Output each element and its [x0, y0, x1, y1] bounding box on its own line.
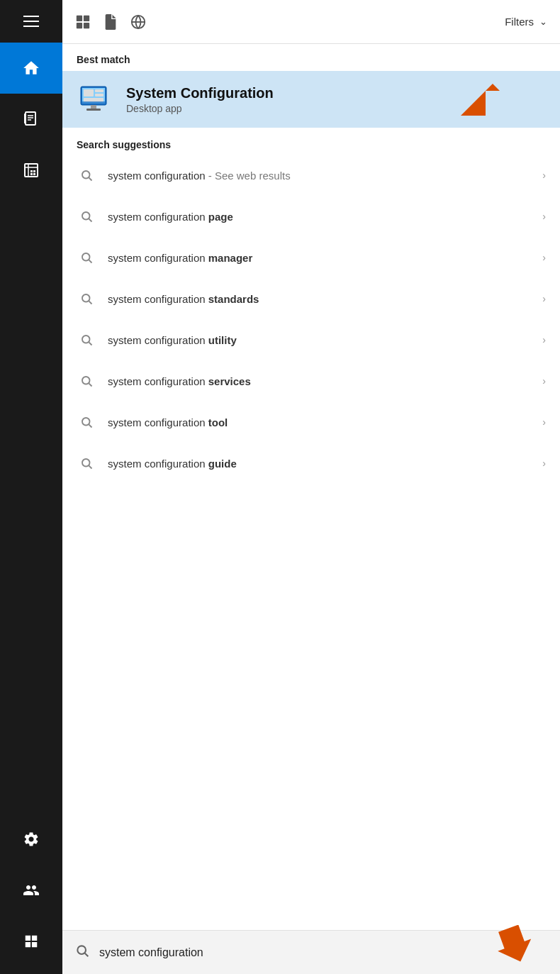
svg-point-29: [82, 171, 90, 179]
home-icon: [22, 59, 40, 77]
svg-point-43: [82, 459, 90, 467]
search-icon: [77, 412, 96, 432]
svg-point-33: [82, 253, 90, 261]
svg-point-37: [82, 336, 90, 343]
suggestion-item[interactable]: system configuration manager›: [62, 237, 560, 278]
sidebar-bottom: [0, 814, 62, 974]
svg-point-39: [82, 377, 90, 384]
best-match-label: Best match: [62, 44, 560, 71]
svg-line-42: [89, 424, 91, 427]
svg-rect-13: [84, 15, 89, 21]
svg-rect-1: [24, 114, 26, 123]
svg-line-46: [85, 953, 89, 957]
svg-rect-0: [26, 112, 35, 125]
svg-line-40: [89, 383, 91, 386]
svg-line-30: [89, 177, 91, 180]
suggestion-text: system configuration tool: [108, 416, 537, 428]
search-icon: [77, 165, 96, 185]
svg-rect-21: [95, 89, 103, 92]
suggestion-item[interactable]: system configuration page›: [62, 196, 560, 237]
suggestion-text: system configuration standards: [108, 293, 537, 305]
main-panel: Filters ⌄ Best match: [62, 0, 560, 974]
svg-marker-28: [461, 84, 500, 116]
search-icon: [77, 330, 96, 350]
chevron-right-icon: ›: [542, 416, 546, 428]
search-suggestions-label: Search suggestions: [62, 128, 560, 155]
search-icon: [77, 371, 96, 391]
svg-rect-12: [77, 15, 82, 21]
svg-rect-15: [84, 22, 89, 28]
svg-rect-14: [77, 22, 82, 28]
search-bar: [62, 930, 560, 974]
best-match-title: System Configuration: [126, 85, 274, 101]
sidebar-item-start[interactable]: [0, 916, 62, 967]
windows-icon: [23, 934, 39, 949]
svg-point-45: [77, 946, 86, 954]
globe-icon[interactable]: [130, 14, 146, 30]
filters-label: Filters: [505, 16, 534, 28]
svg-point-41: [82, 418, 90, 426]
document-icon[interactable]: [103, 14, 118, 30]
sidebar-item-building[interactable]: [0, 145, 62, 196]
search-input[interactable]: [99, 946, 547, 959]
svg-point-31: [82, 212, 90, 220]
annotation-arrow-up: [454, 77, 503, 122]
search-icon: [77, 248, 96, 267]
best-match-item[interactable]: System Configuration Desktop app: [62, 71, 560, 128]
chevron-right-icon: ›: [542, 334, 546, 345]
suggestions-list: system configuration - See web results›s…: [62, 155, 560, 484]
svg-rect-8: [30, 170, 33, 172]
suggestion-text: system configuration - See web results: [108, 170, 537, 182]
sidebar-nav: [0, 43, 62, 814]
sidebar-item-home[interactable]: [0, 43, 62, 94]
sidebar-item-settings[interactable]: [0, 814, 62, 865]
chevron-right-icon: ›: [542, 375, 546, 387]
svg-rect-22: [95, 94, 103, 96]
suggestion-item[interactable]: system configuration services›: [62, 360, 560, 402]
chevron-right-icon: ›: [542, 252, 546, 263]
chevron-right-icon: ›: [542, 170, 546, 181]
toolbar: Filters ⌄: [62, 0, 560, 44]
system-config-icon: [77, 81, 113, 118]
suggestion-text: system configuration page: [108, 211, 537, 223]
chevron-right-icon: ›: [542, 211, 546, 222]
svg-point-35: [82, 294, 90, 302]
svg-rect-24: [91, 105, 96, 109]
chevron-down-icon: ⌄: [539, 16, 547, 27]
suggestion-text: system configuration services: [108, 375, 537, 387]
svg-line-34: [89, 260, 91, 262]
suggestion-item[interactable]: system configuration standards›: [62, 278, 560, 319]
sidebar-item-journal[interactable]: [0, 94, 62, 145]
results-area: Best match System: [62, 44, 560, 930]
chevron-right-icon: ›: [542, 293, 546, 304]
annotation-arrow-down: [489, 925, 532, 967]
suggestion-item[interactable]: system configuration - See web results›: [62, 155, 560, 196]
svg-rect-9: [33, 170, 35, 172]
svg-rect-20: [84, 89, 94, 96]
svg-marker-47: [489, 925, 532, 964]
suggestion-text: system configuration guide: [108, 458, 537, 470]
svg-rect-10: [30, 173, 33, 175]
grid-icon[interactable]: [75, 14, 91, 30]
svg-line-44: [89, 465, 91, 468]
suggestion-item[interactable]: system configuration utility›: [62, 319, 560, 360]
search-icon: [77, 453, 96, 473]
filters-button[interactable]: Filters ⌄: [505, 16, 547, 28]
suggestion-item[interactable]: system configuration tool›: [62, 402, 560, 443]
building-icon: [23, 162, 40, 179]
journal-icon: [23, 111, 40, 128]
search-icon: [77, 289, 96, 309]
suggestion-text: system configuration manager: [108, 252, 537, 264]
best-match-text: System Configuration Desktop app: [126, 85, 274, 114]
svg-line-36: [89, 301, 91, 304]
hamburger-menu[interactable]: [0, 0, 62, 43]
suggestion-item[interactable]: system configuration guide›: [62, 443, 560, 484]
settings-icon: [23, 831, 40, 848]
chevron-right-icon: ›: [542, 458, 546, 469]
sidebar-item-user[interactable]: [0, 865, 62, 916]
search-bar-icon: [75, 943, 89, 961]
svg-rect-25: [86, 109, 101, 111]
svg-line-38: [89, 342, 91, 345]
best-match-subtitle: Desktop app: [126, 103, 274, 114]
toolbar-icons: [75, 14, 492, 30]
